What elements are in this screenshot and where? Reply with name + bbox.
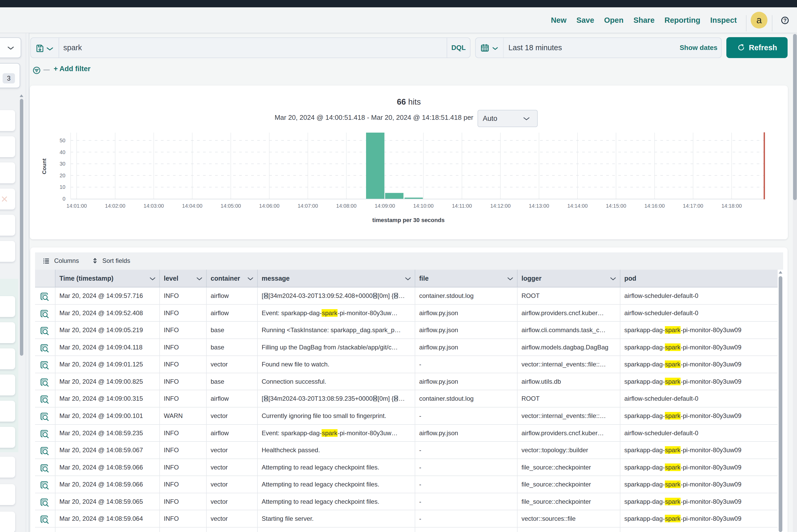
svg-text:timestamp per 30 seconds: timestamp per 30 seconds <box>372 217 445 223</box>
svg-text:14:09:00: 14:09:00 <box>375 203 395 209</box>
svg-text:14:01:00: 14:01:00 <box>67 203 87 209</box>
svg-text:50: 50 <box>60 137 66 143</box>
svg-text:14:04:00: 14:04:00 <box>182 203 203 209</box>
svg-text:40: 40 <box>60 149 66 155</box>
svg-text:14:12:00: 14:12:00 <box>490 203 511 209</box>
svg-text:14:08:00: 14:08:00 <box>336 203 357 209</box>
svg-text:14:15:00: 14:15:00 <box>606 203 626 209</box>
svg-text:10: 10 <box>60 184 66 190</box>
svg-text:0: 0 <box>62 196 66 202</box>
svg-text:Count: Count <box>41 158 47 174</box>
svg-text:?: ? <box>783 18 786 23</box>
svg-text:14:05:00: 14:05:00 <box>221 203 241 209</box>
svg-text:14:13:00: 14:13:00 <box>529 203 549 209</box>
svg-text:14:07:00: 14:07:00 <box>297 203 318 209</box>
svg-text:20: 20 <box>60 173 66 178</box>
svg-text:14:14:00: 14:14:00 <box>567 203 588 209</box>
svg-text:14:06:00: 14:06:00 <box>259 203 279 209</box>
svg-text:14:10:00: 14:10:00 <box>413 203 433 209</box>
svg-text:30: 30 <box>60 161 66 167</box>
svg-text:14:16:00: 14:16:00 <box>645 203 665 209</box>
svg-text:14:03:00: 14:03:00 <box>144 203 164 209</box>
svg-text:14:11:00: 14:11:00 <box>452 203 472 209</box>
svg-text:14:02:00: 14:02:00 <box>105 203 125 209</box>
svg-text:14:18:00: 14:18:00 <box>721 203 742 209</box>
svg-text:14:17:00: 14:17:00 <box>683 203 703 209</box>
